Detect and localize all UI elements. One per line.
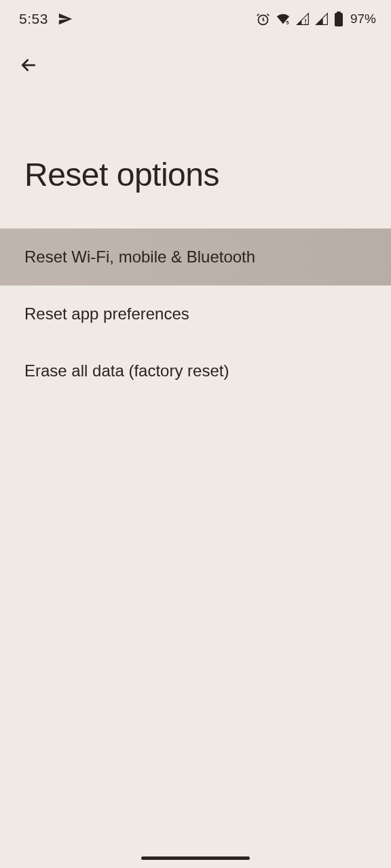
toolbar <box>0 35 391 81</box>
status-bar: 5:53 5 ! <box>0 0 391 35</box>
battery-icon <box>334 12 343 26</box>
option-label: Reset Wi-Fi, mobile & Bluetooth <box>24 248 255 266</box>
page-title: Reset options <box>0 81 391 229</box>
option-reset-wifi-mobile-bluetooth[interactable]: Reset Wi-Fi, mobile & Bluetooth <box>0 229 391 285</box>
signal-icon-2 <box>315 12 329 26</box>
status-bar-left: 5:53 <box>19 11 73 27</box>
status-time: 5:53 <box>19 11 48 27</box>
send-icon <box>58 12 73 26</box>
svg-rect-4 <box>337 12 341 14</box>
battery-percent: 97% <box>350 12 376 26</box>
svg-text:!: ! <box>304 18 306 26</box>
svg-rect-3 <box>335 13 343 26</box>
navigation-handle[interactable] <box>141 856 250 860</box>
option-label: Erase all data (factory reset) <box>24 361 229 380</box>
wifi-icon: 5 <box>276 12 291 26</box>
option-label: Reset app preferences <box>24 304 189 323</box>
back-button[interactable] <box>12 49 45 81</box>
option-reset-app-preferences[interactable]: Reset app preferences <box>0 285 391 342</box>
alarm-icon <box>256 12 270 26</box>
option-erase-all-data[interactable]: Erase all data (factory reset) <box>0 342 391 399</box>
signal-icon-1: ! <box>296 12 310 26</box>
svg-text:5: 5 <box>286 20 289 26</box>
arrow-back-icon <box>18 55 39 75</box>
status-bar-right: 5 ! 97% <box>256 12 376 26</box>
options-list: Reset Wi-Fi, mobile & Bluetooth Reset ap… <box>0 229 391 399</box>
